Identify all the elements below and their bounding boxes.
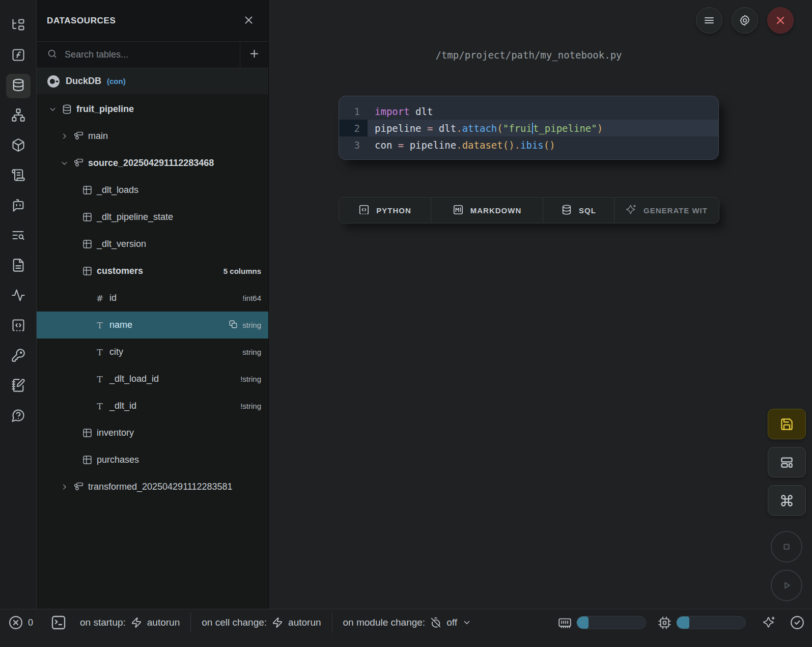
tree-row-inventory[interactable]: inventory [37, 419, 268, 446]
line-number: 2 [339, 120, 368, 136]
tree-meta-value: !int64 [242, 294, 261, 302]
command-icon [780, 494, 794, 508]
tree-meta: 5 columns [223, 267, 261, 275]
tree-meta-value: !string [240, 402, 261, 410]
close-button[interactable] [767, 7, 794, 34]
settings-button[interactable] [732, 7, 758, 34]
rail-item-key[interactable] [6, 344, 31, 369]
notebook-main-area: /tmp/project/path/my_notebook.py 1import… [269, 0, 812, 609]
tree-row-customers[interactable]: customers5 columns [37, 258, 268, 285]
chevron-right-icon[interactable] [61, 483, 73, 491]
code-content: pipeline = dlt.attach("fruit_pipeline") [368, 120, 718, 136]
tree-label: fruit_pipeline [76, 104, 134, 115]
tree-row-_dlt_load_id[interactable]: T_dlt_load_id!string [37, 365, 268, 392]
play-icon [779, 578, 794, 593]
duckdb-logo-icon [47, 75, 60, 88]
chevron-down-icon[interactable] [61, 159, 73, 167]
on-startup-setting[interactable]: on startup:autorun [80, 617, 180, 628]
line-number: 1 [339, 103, 368, 120]
ai-sparkles-button[interactable] [763, 616, 776, 629]
tree-meta: !string [240, 375, 261, 383]
tree-row-_dlt_pipeline_state[interactable]: _dlt_pipeline_state [37, 204, 268, 231]
datasource-tree: fruit_pipelinemainsource_202504291112283… [37, 94, 268, 500]
stop-button[interactable] [771, 531, 802, 562]
chevron-right-icon[interactable] [61, 132, 73, 140]
schema-icon [73, 482, 84, 493]
tree-row-_dlt_version[interactable]: _dlt_version [37, 231, 268, 258]
close-panel-button[interactable] [241, 13, 256, 29]
layout-button[interactable] [768, 447, 806, 477]
left-icon-rail [0, 0, 37, 609]
terminal-button[interactable] [50, 614, 67, 631]
table-icon [81, 428, 93, 439]
floppy-icon [780, 417, 794, 431]
markdown-icon [453, 204, 464, 217]
int-column-icon: # [94, 293, 105, 304]
add-cell-python-button[interactable]: PYTHON [339, 198, 431, 223]
tree-row-name[interactable]: Tnamestring [37, 312, 268, 339]
add-cell-sql-button[interactable]: SQL [543, 198, 614, 223]
tree-label: _dlt_pipeline_state [97, 212, 173, 222]
tree-row-main[interactable]: main [37, 123, 268, 150]
on-cell-change-label: on cell change: [202, 617, 267, 628]
command-button[interactable] [768, 485, 806, 516]
add-cell-markdown-button[interactable]: MARKDOWN [431, 198, 543, 223]
tree-row-_dlt_id[interactable]: T_dlt_id!string [37, 392, 268, 419]
rail-item-scroll-text[interactable] [6, 164, 31, 188]
tree-row-transformed_202504291112283581[interactable]: transformed_202504291112283581 [37, 473, 268, 500]
string-column-icon: T [94, 347, 105, 358]
connection-row-duckdb[interactable]: DuckDB (con) [37, 68, 268, 94]
code-line[interactable]: 3con = pipeline.dataset().ibis() [339, 136, 718, 153]
panel-title: DATASOURCES [47, 16, 116, 26]
tree-row-source_202504291112283468[interactable]: source_202504291112283468 [37, 150, 268, 177]
tree-row-city[interactable]: Tcitystring [37, 339, 268, 365]
on-cell-change-setting[interactable]: on cell change:autorun [202, 617, 321, 628]
add-datasource-button[interactable] [240, 42, 268, 68]
rail-item-text-search[interactable] [6, 224, 31, 248]
copy-icon[interactable] [229, 320, 238, 330]
add-cell-label: GENERATE WIT [643, 206, 708, 215]
add-cell-generate-wit-button[interactable]: GENERATE WIT [614, 198, 719, 223]
save-button[interactable] [768, 409, 806, 439]
rail-item-file-text[interactable] [6, 254, 31, 278]
tree-label: _dlt_load_id [109, 374, 159, 384]
memory-usage-meter[interactable] [576, 616, 646, 629]
rail-item-package-box[interactable] [6, 134, 31, 158]
memory-usage-fill [577, 616, 589, 629]
rail-item-function-square[interactable] [6, 44, 31, 68]
tree-label: transformed_202504291112283581 [88, 482, 233, 492]
rail-item-chat-bot[interactable] [6, 194, 31, 218]
rail-item-activity[interactable] [6, 284, 31, 308]
tree-meta: string [229, 320, 261, 330]
code-square-icon [358, 204, 370, 217]
run-button[interactable] [771, 570, 802, 601]
status-check-button[interactable] [790, 615, 805, 630]
code-line[interactable]: 1import dlt [339, 103, 718, 120]
tree-row-id[interactable]: #id!int64 [37, 285, 268, 312]
search-input[interactable] [65, 49, 234, 60]
rail-item-file-tree[interactable] [6, 14, 31, 38]
rail-item-network[interactable] [6, 104, 31, 128]
text-search-icon [11, 228, 25, 244]
rail-item-notebook-pen[interactable] [6, 374, 31, 399]
function-square-icon [11, 48, 25, 64]
cpu-usage-meter[interactable] [676, 616, 746, 629]
chevron-down-icon[interactable] [49, 105, 61, 113]
tree-row-_dlt_loads[interactable]: _dlt_loads [37, 177, 268, 204]
tree-label: source_202504291112283468 [88, 158, 214, 168]
menu-button[interactable] [696, 7, 722, 34]
line-number: 3 [339, 136, 368, 153]
file-text-icon [11, 258, 25, 274]
add-cell-label: MARKDOWN [470, 206, 521, 215]
rail-item-code-square[interactable] [6, 314, 31, 339]
rail-item-database[interactable] [6, 74, 31, 98]
tree-row-purchases[interactable]: purchases [37, 446, 268, 473]
floating-action-buttons [768, 409, 806, 601]
schema-icon [73, 158, 84, 169]
errors-indicator[interactable]: 0 [8, 615, 33, 630]
tree-row-fruit_pipeline[interactable]: fruit_pipeline [37, 96, 268, 123]
code-line[interactable]: 2pipeline = dlt.attach("fruit_pipeline") [339, 120, 718, 136]
code-cell[interactable]: 1import dlt2pipeline = dlt.attach("fruit… [339, 96, 719, 160]
rail-item-help-circle[interactable] [6, 404, 31, 429]
on-module-change-setting[interactable]: on module change:off [343, 617, 471, 628]
